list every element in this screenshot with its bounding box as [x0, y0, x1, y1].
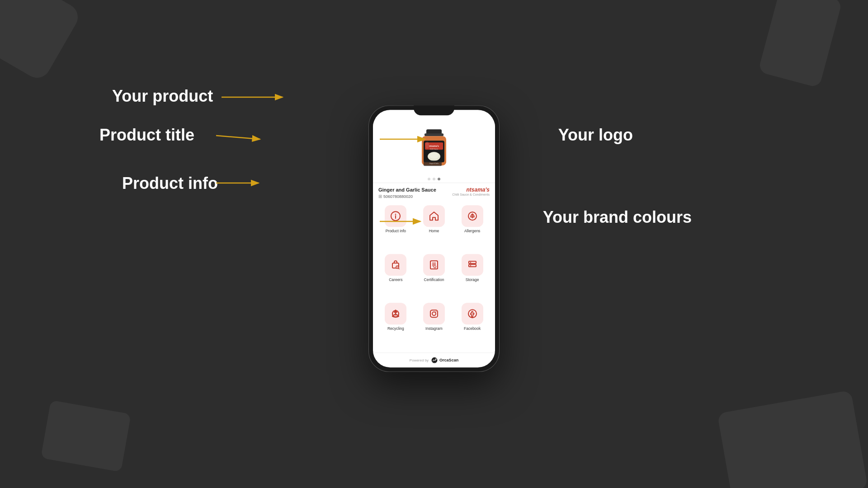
- icon-item-allergens[interactable]: Allergens: [455, 205, 490, 250]
- recycling-icon-circle: [385, 303, 406, 324]
- icon-item-instagram[interactable]: Instagram: [417, 303, 452, 348]
- bg-decoration-br: [717, 390, 868, 488]
- icon-item-certification[interactable]: Certification: [417, 254, 452, 299]
- product-info-icon-circle: [385, 205, 406, 227]
- product-image-area: ntsama's Chilli Sauce Ginger & Garlic: [373, 121, 495, 183]
- dot-2: [433, 178, 435, 180]
- screen-content: ntsama's Chilli Sauce Ginger & Garlic: [373, 110, 495, 367]
- careers-icon: [390, 259, 401, 270]
- dot-1: [428, 178, 430, 180]
- recycling-label-icon: Recycling: [387, 326, 404, 331]
- facebook-label-icon: Facebook: [464, 326, 481, 331]
- svg-rect-28: [469, 264, 476, 267]
- product-name-section: Ginger and Garlic Sauce ⊞ 5060780880020: [378, 187, 452, 199]
- svg-rect-3: [425, 133, 443, 136]
- bg-decoration-tl: [0, 0, 83, 83]
- instagram-icon: [429, 308, 439, 319]
- product-info-bar: Ginger and Garlic Sauce ⊞ 5060780880020 …: [373, 183, 495, 201]
- image-carousel-dots: [428, 178, 440, 180]
- icon-item-product-info[interactable]: Product info: [378, 205, 413, 250]
- svg-rect-33: [430, 310, 438, 317]
- bg-decoration-bl: [41, 400, 131, 472]
- product-name: Ginger and Garlic Sauce: [378, 187, 452, 193]
- svg-line-21: [398, 268, 399, 269]
- icon-item-storage[interactable]: Storage: [455, 254, 490, 299]
- product-barcode: ⊞ 5060780880020: [378, 194, 452, 199]
- instagram-label-icon: Instagram: [425, 326, 443, 331]
- storage-icon-circle: [462, 254, 483, 276]
- brand-logo: ntsama's Chilli Sauce & Condiments: [452, 187, 490, 197]
- svg-point-32: [470, 265, 471, 266]
- icon-item-home[interactable]: Home: [417, 205, 452, 250]
- orca-icon: [431, 357, 438, 364]
- phone-mockup: ntsama's Chilli Sauce Ginger & Garlic: [368, 105, 500, 372]
- certification-icon-circle: [423, 254, 445, 276]
- svg-point-35: [435, 311, 436, 312]
- icons-grid: Product info Home: [373, 201, 495, 352]
- phone-notch: [414, 105, 454, 115]
- product-jar-svg: ntsama's Chilli Sauce Ginger & Garlic: [414, 127, 454, 174]
- brand-colours-label: Your brand colours: [543, 208, 692, 227]
- your-product-label: Your product: [112, 87, 213, 106]
- your-logo-label: Your logo: [558, 126, 633, 145]
- storage-label-icon: Storage: [466, 277, 479, 282]
- bg-decoration-tr: [758, 0, 843, 88]
- icon-item-facebook[interactable]: Facebook: [455, 303, 490, 348]
- home-label-icon: Home: [429, 229, 439, 233]
- instagram-icon-circle: [423, 303, 445, 324]
- powered-by-text: Powered by: [410, 358, 429, 362]
- allergens-label-icon: Allergens: [464, 229, 480, 233]
- product-info-label: Product info: [122, 174, 218, 193]
- facebook-icon-circle: [462, 303, 483, 324]
- certification-label-icon: Certification: [424, 277, 444, 282]
- storage-icon: [467, 259, 478, 270]
- product-image: ntsama's Chilli Sauce Ginger & Garlic: [411, 126, 457, 175]
- phone-footer: Powered by OrcaScan: [373, 352, 495, 367]
- phone-frame: ntsama's Chilli Sauce Ginger & Garlic: [368, 105, 500, 372]
- careers-icon-circle: [385, 254, 406, 276]
- svg-text:Ginger & Garlic: Ginger & Garlic: [429, 163, 439, 164]
- svg-point-20: [397, 267, 398, 267]
- product-title-arrow: [216, 136, 260, 139]
- phone-screen: ntsama's Chilli Sauce Ginger & Garlic: [373, 110, 495, 367]
- svg-text:ntsama's: ntsama's: [429, 145, 439, 147]
- svg-point-10: [429, 152, 439, 159]
- svg-point-31: [470, 262, 471, 263]
- svg-point-38: [435, 359, 436, 360]
- barcode-icon: ⊞: [378, 194, 382, 199]
- certification-icon: [429, 259, 439, 270]
- icon-item-careers[interactable]: Careers: [378, 254, 413, 299]
- svg-point-34: [432, 312, 436, 315]
- svg-text:Chilli Sauce: Chilli Sauce: [430, 148, 439, 150]
- svg-point-13: [425, 141, 429, 149]
- careers-label-icon: Careers: [389, 277, 402, 282]
- recycling-icon: [390, 308, 401, 319]
- orcascan-logo: OrcaScan: [431, 357, 458, 364]
- icon-item-recycling[interactable]: Recycling: [378, 303, 413, 348]
- allergens-icon-circle: [462, 205, 483, 227]
- home-icon-circle: [423, 205, 445, 227]
- svg-point-26: [434, 266, 436, 268]
- svg-rect-27: [469, 261, 476, 263]
- info-icon: [390, 211, 401, 221]
- home-icon: [429, 211, 439, 221]
- product-info-label-icon: Product info: [386, 229, 406, 233]
- product-title-label: Product title: [99, 126, 194, 145]
- dot-3: [438, 178, 440, 180]
- allergens-icon: [467, 211, 478, 221]
- facebook-icon: [467, 308, 478, 319]
- svg-point-16: [395, 214, 396, 215]
